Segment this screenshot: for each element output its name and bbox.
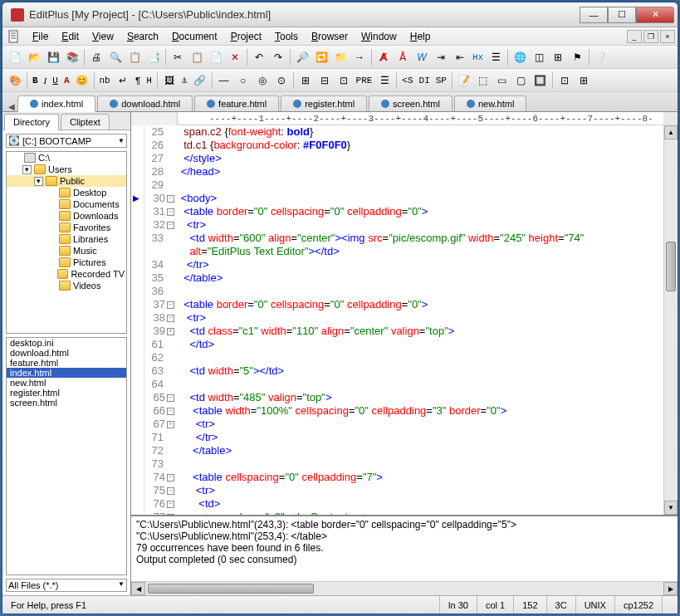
folder-c[interactable]: C:\: [7, 152, 126, 164]
tab-feature-html[interactable]: feature.html: [194, 95, 279, 111]
italic-button[interactable]: I: [42, 76, 50, 86]
undo-button[interactable]: ↶: [250, 48, 268, 66]
file-list[interactable]: desktop.inidownload.htmlfeature.htmlinde…: [6, 337, 127, 575]
delete-button[interactable]: ✕: [226, 48, 244, 66]
menu-edit[interactable]: Edit: [55, 29, 86, 44]
folder-downloads[interactable]: Downloads: [7, 210, 126, 222]
save-button[interactable]: 💾: [44, 48, 62, 66]
folder-libraries[interactable]: Libraries: [7, 233, 126, 245]
code-editor[interactable]: ▶ 252627282930−31−32−3334353637−38−39+61…: [131, 125, 678, 515]
tab-new-html[interactable]: new.html: [454, 95, 526, 111]
fold-icon[interactable]: +: [167, 328, 174, 335]
file-index-html[interactable]: index.html: [7, 368, 126, 378]
spell-button[interactable]: A̸: [374, 48, 393, 66]
tab-download-html[interactable]: download.html: [97, 95, 193, 111]
menu-window[interactable]: Window: [355, 29, 404, 44]
fold-icon[interactable]: −: [167, 195, 174, 203]
output-line[interactable]: Output completed (0 sec consumed): [136, 554, 673, 565]
td-button[interactable]: ⊡: [335, 71, 353, 90]
fold-icon[interactable]: −: [167, 301, 174, 309]
nbsp-button[interactable]: nb: [97, 76, 113, 86]
para-button[interactable]: ¶: [133, 76, 144, 86]
scroll-down-button[interactable]: ▼: [664, 501, 678, 515]
fold-icon[interactable]: −: [167, 514, 174, 516]
link-button[interactable]: 🔗: [191, 71, 209, 90]
sidebar-tab-directory[interactable]: Directory: [4, 114, 59, 130]
fold-icon[interactable]: +: [167, 421, 174, 428]
titlebar[interactable]: EditPlus [My Project] - [C:\Users\Public…: [2, 2, 678, 27]
replace-button[interactable]: 🔁: [312, 48, 330, 66]
close-button[interactable]: ✕: [636, 7, 674, 23]
file-type-select[interactable]: All Files (*.*): [6, 579, 127, 592]
folder-videos[interactable]: Videos: [7, 280, 126, 291]
browser-button[interactable]: 🌐: [511, 48, 529, 66]
folder-pictures[interactable]: Pictures: [7, 257, 126, 268]
image-button[interactable]: 🖼: [160, 71, 179, 90]
tab-screen-html[interactable]: screen.html: [369, 95, 453, 111]
comment-button[interactable]: ○: [234, 71, 252, 90]
list-button[interactable]: ☰: [375, 71, 394, 90]
sidebar-tab-cliptext[interactable]: Cliptext: [61, 114, 110, 130]
scroll-thumb[interactable]: [666, 242, 676, 291]
output-line[interactable]: "C:\Users\Public\new.html"(253,4): </tab…: [136, 530, 673, 542]
scroll-left-button[interactable]: ◀: [131, 582, 145, 595]
fold-icon[interactable]: −: [167, 501, 174, 508]
blockquote-button[interactable]: ⊙: [272, 71, 291, 90]
menu-project[interactable]: Project: [224, 29, 268, 44]
print-button[interactable]: 🖨: [87, 48, 105, 66]
heading-button[interactable]: H: [144, 76, 154, 86]
span-button[interactable]: SP: [433, 76, 449, 86]
menu-browser[interactable]: Browser: [305, 29, 355, 44]
file-feature-html[interactable]: feature.html: [7, 358, 126, 368]
paste-button[interactable]: 📄: [207, 48, 225, 66]
find-button[interactable]: 🔎: [293, 48, 311, 66]
fold-icon[interactable]: −: [167, 394, 174, 402]
anchor-button[interactable]: ⚓: [179, 75, 190, 86]
window1-button[interactable]: ◫: [530, 48, 548, 66]
spell2-button[interactable]: Ǎ: [394, 48, 412, 66]
mdi-restore-button[interactable]: ❐: [643, 30, 658, 43]
mdi-minimize-button[interactable]: _: [627, 30, 642, 43]
find-files-button[interactable]: 📁: [331, 48, 350, 66]
file-new-html[interactable]: new.html: [7, 378, 126, 388]
bold-button[interactable]: B: [30, 76, 41, 86]
copy-button[interactable]: 📋: [188, 48, 206, 66]
tab-index-html[interactable]: index.html: [17, 95, 95, 112]
menu-view[interactable]: View: [86, 29, 120, 44]
folder-documents[interactable]: Documents: [7, 198, 126, 210]
folder-desktop[interactable]: Desktop: [7, 187, 126, 198]
folder-recorded tv[interactable]: Recorded TV: [7, 268, 126, 280]
outdent-button[interactable]: ⇤: [451, 48, 469, 66]
emoji-button[interactable]: 😊: [73, 71, 91, 90]
output-line[interactable]: "C:\Users\Public\new.html"(243,3): <tabl…: [136, 519, 673, 530]
fold-icon[interactable]: −: [167, 208, 174, 216]
drive-select[interactable]: 💽 [C:] BOOTCAMP: [6, 134, 127, 148]
scroll-up-button[interactable]: ▲: [664, 125, 678, 139]
tab-scroll-left-button[interactable]: ◀: [6, 102, 17, 111]
tab-register-html[interactable]: register.html: [281, 95, 367, 111]
file-desktop-ini[interactable]: desktop.ini: [7, 338, 126, 348]
file-download-html[interactable]: download.html: [7, 348, 126, 358]
maximize-button[interactable]: ☐: [608, 7, 636, 23]
file-register-html[interactable]: register.html: [7, 388, 126, 398]
menu-help[interactable]: Help: [404, 29, 438, 44]
center-button[interactable]: ◎: [253, 71, 272, 90]
hscroll-thumb[interactable]: [148, 584, 314, 594]
wordwrap-button[interactable]: W: [413, 48, 431, 66]
minimize-button[interactable]: —: [580, 7, 608, 23]
script-button[interactable]: <S: [399, 76, 415, 86]
folder-favorites[interactable]: Favorites: [7, 222, 126, 233]
body-button[interactable]: ⊞: [575, 71, 593, 90]
form-button[interactable]: 📝: [455, 71, 473, 90]
indent-button[interactable]: ⇥: [432, 48, 450, 66]
fold-icon[interactable]: −: [167, 487, 174, 495]
menu-search[interactable]: Search: [120, 29, 165, 44]
scroll-right-button[interactable]: ▶: [663, 582, 678, 595]
textarea-button[interactable]: ▢: [512, 71, 531, 90]
table-button[interactable]: ⊞: [296, 71, 315, 90]
tr-button[interactable]: ⊟: [316, 71, 334, 90]
menu-file[interactable]: File: [26, 29, 55, 44]
menu-tools[interactable]: Tools: [268, 29, 305, 44]
fold-icon[interactable]: −: [167, 222, 174, 229]
mdi-close-button[interactable]: ×: [660, 30, 675, 43]
